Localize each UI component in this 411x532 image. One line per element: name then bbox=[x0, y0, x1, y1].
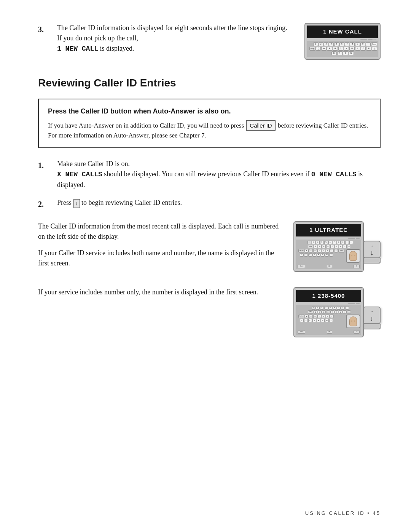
device3-container: 1 238-5400 I @ # 5 % A * ( ) bbox=[293, 287, 381, 338]
step2-content: Press ↓ to begin reviewing Caller ID ent… bbox=[57, 198, 182, 210]
down-arrow-inline: ↓ bbox=[73, 199, 80, 208]
step1-content: Make sure Caller ID is on. X NEW CALLS s… bbox=[57, 159, 381, 190]
step3-text: 3. The Caller ID information is displaye… bbox=[38, 23, 293, 54]
step1-mono2: 0 NEW CALLS bbox=[311, 171, 357, 178]
step3-content: The Caller ID information is displayed f… bbox=[57, 23, 293, 54]
body3-section: If your service includes number only, th… bbox=[38, 287, 381, 338]
step1-mono1: X NEW CALLS bbox=[57, 171, 102, 178]
device2-container: 1 ULTRATEC I @ # 5 % & * ( ) - bbox=[293, 221, 381, 272]
down-arrow-button[interactable]: → ↓ bbox=[363, 241, 381, 258]
caller-id-button: Caller ID bbox=[246, 120, 275, 131]
step3-mono: 1 NEW CALL bbox=[57, 45, 98, 53]
step3-number: 3. bbox=[38, 24, 49, 54]
svg-point-1 bbox=[354, 255, 355, 256]
device3-screen: 1 238-5400 bbox=[296, 290, 361, 302]
device1-screen: 1 NEW CALL bbox=[307, 26, 378, 38]
page-footer: USING CALLER ID • 45 bbox=[305, 510, 381, 517]
device1: 1 NEW CALL 1 2 3 4 5 6 7 8 9 bbox=[304, 23, 381, 60]
body1-text: The Caller ID information from the most … bbox=[38, 221, 282, 242]
warning-box: Press the Caller ID button when Auto-Ans… bbox=[38, 99, 381, 149]
body3-text: If your service includes number only, th… bbox=[38, 287, 282, 297]
body-section-with-device2: The Caller ID information from the most … bbox=[38, 221, 381, 272]
arrow-button-base bbox=[363, 258, 381, 264]
svg-point-3 bbox=[354, 320, 355, 322]
step2-number: 2. bbox=[38, 198, 49, 210]
warning-title: Press the Caller ID button when Auto-Ans… bbox=[48, 106, 371, 117]
down-arrow-button-3[interactable]: → ↓ bbox=[363, 307, 381, 324]
step2-section: 2. Press ↓ to begin reviewing Caller ID … bbox=[38, 198, 381, 210]
step1-number: 1. bbox=[38, 160, 49, 190]
section-heading: Reviewing Caller ID Entries bbox=[38, 75, 381, 91]
device2-screen: 1 ULTRATEC bbox=[296, 224, 361, 236]
arrow-button-base-3 bbox=[363, 324, 381, 329]
svg-point-0 bbox=[351, 255, 352, 256]
step1-section: 1. Make sure Caller ID is on. X NEW CALL… bbox=[38, 159, 381, 190]
body3-para: If your service includes number only, th… bbox=[38, 287, 282, 297]
step3-para: The Caller ID information is displayed f… bbox=[57, 23, 293, 54]
step3-section: 3. The Caller ID information is displaye… bbox=[38, 23, 381, 60]
svg-point-2 bbox=[351, 320, 352, 322]
warning-body: If you have Auto-Answer on in addition t… bbox=[48, 120, 371, 141]
body2-text: If your Caller ID service includes both … bbox=[38, 248, 282, 268]
body2-text-area: The Caller ID information from the most … bbox=[38, 221, 282, 268]
